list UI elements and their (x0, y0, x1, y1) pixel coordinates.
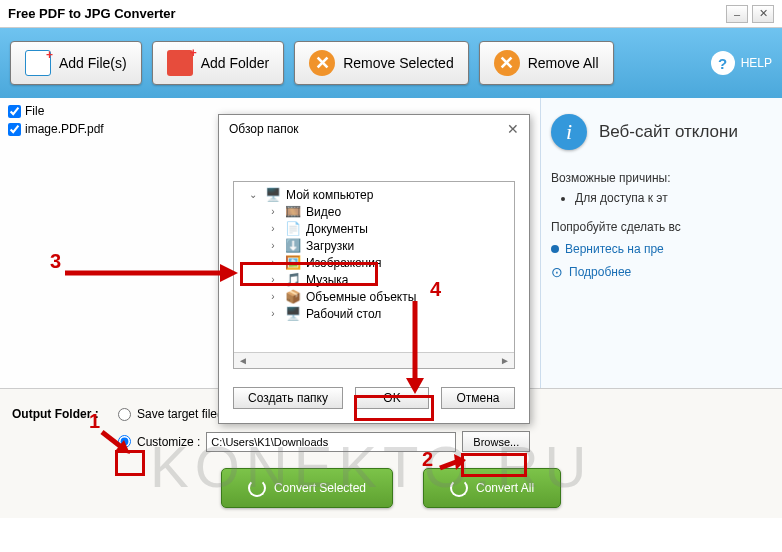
info-header: i Веб-сайт отклони (551, 114, 772, 150)
file-name: image.PDF.pdf (25, 122, 104, 136)
close-button[interactable]: ✕ (752, 5, 774, 23)
try-link[interactable]: Вернитесь на пре (551, 242, 772, 256)
remove-selected-button[interactable]: ✕ Remove Selected (294, 41, 469, 85)
customize-radio[interactable] (118, 435, 131, 448)
tree-node[interactable]: ›🖥️Рабочий стол (234, 305, 514, 322)
remove-all-button[interactable]: ✕ Remove All (479, 41, 614, 85)
reasons-label: Возможные причины: (551, 171, 671, 185)
annotation-3: 3 (50, 250, 61, 273)
main-toolbar: Add File(s) Add Folder ✕ Remove Selected… (0, 28, 782, 98)
annotation-1: 1 (89, 410, 100, 433)
annotation-box-3 (240, 262, 378, 286)
help-button[interactable]: ? HELP (711, 51, 772, 75)
tree-node[interactable]: ›📄Документы (234, 220, 514, 237)
info-title: Веб-сайт отклони (599, 122, 738, 142)
cancel-button[interactable]: Отмена (441, 387, 515, 409)
reasons-block: Возможные причины: Для доступа к эт (551, 170, 772, 205)
tree-label: Загрузки (306, 239, 354, 253)
file-checkbox[interactable] (8, 123, 21, 136)
computer-icon: 🖥️ (264, 187, 282, 202)
more-link[interactable]: ⊙ Подробнее (551, 264, 772, 280)
tree-node[interactable]: ›🎞️Видео (234, 203, 514, 220)
tree-label: Рабочий стол (306, 307, 381, 321)
expand-icon[interactable]: ⌄ (246, 189, 260, 200)
minimize-button[interactable]: – (726, 5, 748, 23)
add-file-label: Add File(s) (59, 55, 127, 71)
video-icon: 🎞️ (284, 204, 302, 219)
help-icon: ? (711, 51, 735, 75)
dialog-title: Обзор папок (229, 122, 299, 136)
scrollbar[interactable]: ◄► (234, 352, 514, 368)
remove-all-label: Remove All (528, 55, 599, 71)
try-block: Попробуйте сделать вс Вернитесь на пре ⊙… (551, 219, 772, 280)
tree-label: Мой компьютер (286, 188, 373, 202)
bullet-icon (551, 245, 559, 253)
add-folder-button[interactable]: Add Folder (152, 41, 284, 85)
dialog-close-button[interactable]: ✕ (507, 121, 519, 137)
file-icon (25, 50, 51, 76)
annotation-4: 4 (430, 278, 441, 301)
file-column-header: File (25, 104, 44, 118)
info-panel: i Веб-сайт отклони Возможные причины: Дл… (540, 98, 782, 388)
create-folder-button[interactable]: Создать папку (233, 387, 343, 409)
tree-node-selected[interactable]: ›⬇️Загрузки (234, 237, 514, 254)
source-folder-radio[interactable] (118, 408, 131, 421)
documents-icon: 📄 (284, 221, 302, 236)
folder-icon (167, 50, 193, 76)
tree-label: Документы (306, 222, 368, 236)
try-label: Попробуйте сделать вс (551, 220, 681, 234)
window-title: Free PDF to JPG Converter (8, 6, 722, 21)
dialog-titlebar: Обзор папок ✕ (219, 115, 529, 143)
more-label: Подробнее (569, 265, 631, 279)
chevron-down-icon: ⊙ (551, 264, 563, 280)
remove-all-icon: ✕ (494, 50, 520, 76)
remove-icon: ✕ (309, 50, 335, 76)
tree-node[interactable]: ›📦Объемные объекты (234, 288, 514, 305)
downloads-icon: ⬇️ (284, 238, 302, 253)
annotation-box-1 (115, 450, 145, 476)
help-label: HELP (741, 56, 772, 70)
desktop-icon: 🖥️ (284, 306, 302, 321)
info-icon: i (551, 114, 587, 150)
annotation-box-4 (354, 395, 434, 421)
reason-item: Для доступа к эт (575, 191, 772, 205)
tree-node-root[interactable]: ⌄ 🖥️ Мой компьютер (234, 186, 514, 203)
tree-label: Объемные объекты (306, 290, 416, 304)
add-file-button[interactable]: Add File(s) (10, 41, 142, 85)
annotation-box-2 (461, 453, 527, 477)
tree-label: Видео (306, 205, 341, 219)
select-all-checkbox[interactable] (8, 105, 21, 118)
3d-icon: 📦 (284, 289, 302, 304)
annotation-2: 2 (422, 448, 433, 471)
remove-selected-label: Remove Selected (343, 55, 454, 71)
add-folder-label: Add Folder (201, 55, 269, 71)
try-item: Вернитесь на пре (565, 242, 664, 256)
titlebar: Free PDF to JPG Converter – ✕ (0, 0, 782, 28)
